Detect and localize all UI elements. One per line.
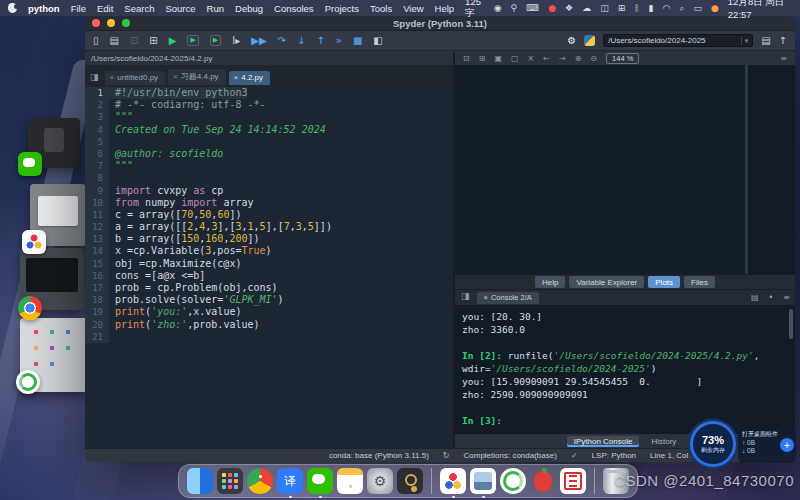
pane-tab-help[interactable]: Help <box>535 276 565 288</box>
add-widget-button[interactable]: + <box>780 438 794 452</box>
apple-menu-icon[interactable] <box>8 3 17 13</box>
battery-icon[interactable]: ▮ <box>649 4 654 13</box>
maximize-pane-icon[interactable]: ◧ <box>373 36 382 46</box>
remove-plot-icon[interactable]: ▢ <box>511 54 519 63</box>
copy-plot-icon[interactable]: ▣ <box>494 54 502 63</box>
close-tab-icon[interactable]: × <box>234 73 239 82</box>
save-all-plots-icon[interactable]: ⊞ <box>479 54 486 63</box>
pane-tab-files[interactable]: Files <box>684 276 715 288</box>
screen-record-icon[interactable]: ● <box>548 4 556 13</box>
system-settings-dock-icon[interactable]: ⚙ <box>367 468 393 494</box>
browse-tabs-icon[interactable]: ◨ <box>90 72 99 82</box>
red-pattern-app-dock-icon[interactable] <box>560 468 586 494</box>
chrome-badge-icon[interactable] <box>18 296 42 320</box>
red-apple-app-dock-icon[interactable] <box>530 468 556 494</box>
airdrop-icon[interactable]: ❖ <box>565 4 573 13</box>
remove-all-plots-icon[interactable]: × <box>528 54 535 63</box>
menu-item-edit[interactable]: Edit <box>97 3 113 14</box>
pane-tab-variable-explorer[interactable]: Variable Explorer <box>569 276 644 288</box>
preview-app-dock-icon[interactable] <box>470 468 496 494</box>
plot-zoom-level[interactable]: 144 % <box>606 53 639 64</box>
code-editor[interactable]: 1#!/usr/bin/env python32# -*- codiarng: … <box>85 85 453 448</box>
notes-dock-icon[interactable] <box>337 468 363 494</box>
step-out-icon[interactable]: ↑ <box>316 36 324 46</box>
editor-tab-4-2-py[interactable]: ×4.2.py <box>229 71 270 85</box>
zoom-out-icon[interactable]: ⊖ <box>590 54 597 63</box>
browse-consoles-icon[interactable]: ◨ <box>461 291 470 301</box>
conda-env-status[interactable]: conda: base (Python 3.11.5) <box>329 451 429 460</box>
pane-tab-plots[interactable]: Plots <box>648 276 680 288</box>
zoom-in-icon[interactable]: ⊕ <box>575 54 582 63</box>
save-plot-icon[interactable]: ⊡ <box>463 54 470 63</box>
menu-item-search[interactable]: Search <box>124 3 154 14</box>
menu-clock[interactable]: 12月8日 周日 22:57 <box>728 0 792 20</box>
editor-tab--4-4-py[interactable]: ×习题4.4.py <box>168 69 225 85</box>
stage-manager-icon[interactable]: ◫ <box>600 4 609 13</box>
preferences-icon[interactable]: ⚙ <box>567 36 576 46</box>
screen-mirroring-icon[interactable]: ◉ <box>494 4 502 13</box>
menu-item-view[interactable]: View <box>403 3 423 14</box>
interrupt-kernel-icon[interactable]: • <box>769 293 774 302</box>
open-file-icon[interactable]: ▤ <box>110 36 119 46</box>
keychain-dock-icon[interactable] <box>397 468 423 494</box>
green-ring-badge-icon[interactable] <box>16 370 40 394</box>
chrome-dock-icon[interactable] <box>247 468 273 494</box>
editor-tab-untitled0-py[interactable]: ×untitled0.py <box>105 71 166 85</box>
bluetooth-icon[interactable]: ᛒ <box>634 4 639 13</box>
input-method-indicator[interactable]: 125字 <box>465 0 485 20</box>
spotlight-icon[interactable]: ⌕ <box>679 4 684 13</box>
wechat-badge-icon[interactable] <box>18 152 42 176</box>
run-selection-icon[interactable]: I▸ <box>232 36 240 46</box>
menu-item-debug[interactable]: Debug <box>235 3 263 14</box>
close-console-icon[interactable]: × <box>484 293 488 302</box>
green-ring-app-dock-icon[interactable] <box>500 468 526 494</box>
menu-item-consoles[interactable]: Consoles <box>274 3 314 14</box>
mic-icon[interactable]: ⚲ <box>511 4 518 13</box>
launchpad-dock-icon[interactable] <box>217 468 243 494</box>
window-layout-icon[interactable]: ⊞ <box>618 4 626 13</box>
circles-app-dock-icon[interactable] <box>440 468 466 494</box>
close-tab-icon[interactable]: × <box>173 72 178 81</box>
tab-ipython-console[interactable]: IPython Console <box>567 436 640 447</box>
translate-dock-icon[interactable]: 译 <box>277 468 303 494</box>
keyboard-icon[interactable]: ⌨ <box>526 4 539 13</box>
stop-icon[interactable]: ■ <box>353 36 362 46</box>
save-icon[interactable]: ⊡ <box>130 36 138 46</box>
next-plot-icon[interactable]: → <box>559 54 566 63</box>
new-console-icon[interactable]: ▤ <box>751 293 759 302</box>
step-into-icon[interactable]: ↓ <box>297 36 305 46</box>
notification-dot-icon[interactable]: ● <box>711 4 719 13</box>
plots-options-icon[interactable]: ≡ <box>780 54 787 63</box>
console-scrollbar[interactable] <box>789 309 793 339</box>
console-tab[interactable]: × Console 2/A <box>477 292 539 304</box>
step-over-icon[interactable]: ↷ <box>278 36 286 46</box>
active-app-name[interactable]: python <box>28 3 60 14</box>
new-file-icon[interactable]: ▯ <box>93 36 99 46</box>
lsp-status[interactable]: LSP: Python <box>592 451 636 460</box>
save-all-icon[interactable]: ⊞ <box>149 36 157 46</box>
finder-dock-icon[interactable] <box>187 468 213 494</box>
circles-app-badge-icon[interactable] <box>22 230 46 254</box>
run-cell-icon[interactable]: ▶ <box>187 35 198 46</box>
menu-item-help[interactable]: Help <box>435 3 455 14</box>
previous-plot-icon[interactable]: ← <box>543 54 550 63</box>
console-options-icon[interactable]: ≡ <box>783 293 790 302</box>
completions-status[interactable]: Completions: conda(base) <box>464 451 557 460</box>
close-tab-icon[interactable]: × <box>110 73 115 82</box>
menu-item-run[interactable]: Run <box>207 3 224 14</box>
memory-gauge[interactable]: 73% 剩余内存 <box>690 421 736 467</box>
debug-file-icon[interactable]: ▶▶ <box>251 36 266 46</box>
cloud-icon[interactable]: ☁ <box>582 4 591 13</box>
run-file-icon[interactable]: ▶ <box>169 36 177 46</box>
continue-icon[interactable]: » <box>336 36 342 46</box>
menu-item-file[interactable]: File <box>71 3 86 14</box>
wechat-dock-icon[interactable] <box>307 468 333 494</box>
ipython-console[interactable]: you: [20. 30.]zho: 3360.0 In [2]: runfil… <box>455 305 795 434</box>
menu-item-projects[interactable]: Projects <box>325 3 359 14</box>
wifi-icon[interactable]: ◠ <box>663 4 671 13</box>
display-icon[interactable]: ▭ <box>693 4 702 13</box>
memory-widget[interactable]: 73% 剩余内存 打开桌面组件 ↑ 0B ↓ 0B + <box>690 421 796 469</box>
menu-item-source[interactable]: Source <box>165 3 195 14</box>
working-directory-selector[interactable]: /Users/scofieldo/2024-2025 ▾ <box>603 34 753 47</box>
tab-history[interactable]: History <box>644 436 683 447</box>
